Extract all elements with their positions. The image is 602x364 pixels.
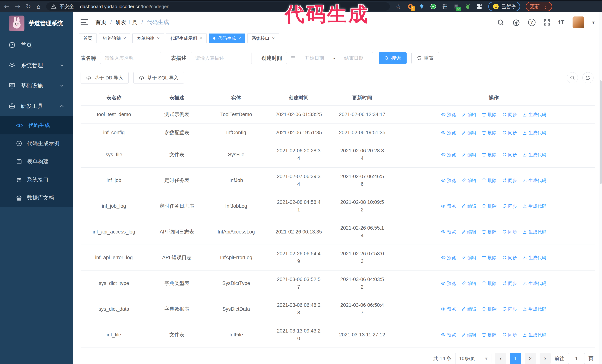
breadcrumb-devtools[interactable]: 研发工具 — [115, 19, 138, 26]
close-icon[interactable] — [200, 36, 202, 41]
sidebar-subitem-system-api[interactable]: 系统接口 — [0, 171, 73, 189]
tab-home[interactable]: 首页 — [79, 33, 97, 43]
action-generate[interactable]: 生成代码 — [523, 305, 546, 313]
import-sql-button[interactable]: 基于 SQL 导入 — [133, 72, 184, 84]
hamburger-icon[interactable] — [81, 19, 88, 25]
action-delete[interactable]: 删除 — [482, 129, 497, 136]
extension-ring-icon[interactable]: 1 — [407, 3, 414, 10]
action-preview[interactable]: 预览 — [441, 202, 456, 210]
action-edit[interactable]: 编辑 — [462, 111, 476, 118]
action-preview[interactable]: 预览 — [441, 111, 456, 118]
action-delete[interactable]: 删除 — [482, 280, 497, 287]
fullscreen-icon[interactable] — [543, 19, 551, 26]
action-delete[interactable]: 删除 — [482, 331, 497, 339]
sidebar-subitem-form-builder[interactable]: 表单构建 — [0, 153, 73, 171]
next-page-button[interactable] — [540, 353, 551, 364]
action-preview[interactable]: 预览 — [441, 280, 456, 287]
action-sync[interactable]: 同步 — [502, 254, 517, 261]
extension-green-check-icon[interactable] — [430, 3, 437, 10]
action-preview[interactable]: 预览 — [441, 151, 456, 158]
browser-forward-icon[interactable] — [15, 3, 20, 10]
font-size-icon[interactable] — [559, 19, 565, 26]
reset-button[interactable]: 重置 — [411, 52, 439, 64]
sidebar-subitem-codegen[interactable]: 代码生成 — [0, 116, 73, 135]
action-preview[interactable]: 预览 — [441, 254, 456, 261]
close-icon[interactable] — [123, 36, 126, 41]
action-edit[interactable]: 编辑 — [462, 254, 476, 261]
action-delete[interactable]: 删除 — [482, 177, 497, 184]
action-sync[interactable]: 同步 — [502, 305, 517, 313]
help-icon[interactable] — [528, 19, 536, 26]
sidebar-subitem-db-doc[interactable]: 数据库文档 — [0, 189, 73, 207]
tab-codegen[interactable]: 代码生成 — [209, 33, 245, 43]
sidebar-item-home[interactable]: 首页 — [0, 35, 73, 55]
action-edit[interactable]: 编辑 — [462, 129, 476, 136]
action-generate[interactable]: 生成代码 — [523, 129, 546, 136]
bookmark-star-icon[interactable] — [396, 3, 401, 10]
action-preview[interactable]: 预览 — [441, 129, 456, 136]
action-sync[interactable]: 同步 — [502, 129, 517, 136]
action-sync[interactable]: 同步 — [502, 228, 517, 236]
action-generate[interactable]: 生成代码 — [523, 202, 546, 210]
action-generate[interactable]: 生成代码 — [523, 331, 546, 339]
close-icon[interactable] — [238, 36, 241, 41]
tab-system-api[interactable]: 系统接口 — [247, 33, 279, 43]
action-generate[interactable]: 生成代码 — [523, 151, 546, 158]
table-name-input[interactable] — [100, 52, 161, 64]
action-preview[interactable]: 预览 — [441, 228, 456, 236]
tab-form-builder[interactable]: 表单构建 — [132, 33, 164, 43]
sidebar-logo[interactable]: 芋道管理系统 — [0, 12, 73, 35]
import-db-button[interactable]: 基于 DB 导入 — [81, 72, 129, 84]
action-preview[interactable]: 预览 — [441, 331, 456, 339]
browser-reload-icon[interactable] — [26, 3, 31, 10]
action-preview[interactable]: 预览 — [441, 305, 456, 313]
action-generate[interactable]: 生成代码 — [523, 280, 546, 287]
action-delete[interactable]: 删除 — [482, 111, 497, 118]
search-button[interactable]: 搜索 — [379, 52, 407, 64]
date-range-picker[interactable]: 开始日期 - 结束日期 — [286, 52, 373, 64]
action-edit[interactable]: 编辑 — [462, 280, 476, 287]
action-delete[interactable]: 删除 — [482, 202, 497, 210]
extension-mantis-icon[interactable] — [464, 3, 471, 10]
action-generate[interactable]: 生成代码 — [523, 111, 546, 118]
action-sync[interactable]: 同步 — [502, 202, 517, 210]
action-edit[interactable]: 编辑 — [462, 331, 476, 339]
action-sync[interactable]: 同步 — [502, 280, 517, 287]
action-delete[interactable]: 删除 — [482, 228, 497, 236]
prev-page-button[interactable] — [495, 353, 506, 364]
action-preview[interactable]: 预览 — [441, 177, 456, 184]
action-delete[interactable]: 删除 — [482, 151, 497, 158]
sidebar-item-infra[interactable]: 基础设施 — [0, 75, 73, 96]
extension-sliders-icon[interactable] — [441, 3, 448, 10]
sidebar-item-devtools[interactable]: 研发工具 — [0, 96, 73, 116]
toggle-search-button[interactable] — [567, 72, 578, 83]
action-generate[interactable]: 生成代码 — [523, 228, 546, 236]
tab-codegen-example[interactable]: 代码生成示例 — [166, 33, 206, 43]
github-icon[interactable] — [512, 18, 520, 26]
browser-back-icon[interactable] — [4, 3, 10, 10]
action-edit[interactable]: 编辑 — [462, 151, 476, 158]
close-icon[interactable] — [272, 36, 275, 41]
action-edit[interactable]: 编辑 — [462, 305, 476, 313]
action-edit[interactable]: 编辑 — [462, 202, 476, 210]
action-delete[interactable]: 删除 — [482, 305, 497, 313]
close-icon[interactable] — [157, 36, 160, 41]
sidebar-subitem-codegen-example[interactable]: 代码生成示例 — [0, 135, 73, 153]
breadcrumb-home[interactable]: 首页 — [95, 19, 107, 26]
search-icon[interactable] — [497, 19, 504, 26]
avatar[interactable] — [572, 16, 584, 28]
page-button-2[interactable]: 2 — [525, 353, 536, 364]
extensions-puzzle-icon[interactable] — [476, 3, 483, 10]
sidebar-item-system[interactable]: 系统管理 — [0, 55, 73, 75]
action-generate[interactable]: 生成代码 — [523, 177, 546, 184]
page-size-select[interactable]: 10条/页 — [455, 353, 491, 364]
action-sync[interactable]: 同步 — [502, 151, 517, 158]
window-scrollbar[interactable] — [599, 12, 602, 364]
profile-paused-pill[interactable]: 已暂停 — [488, 2, 520, 11]
browser-menu-icon[interactable] — [543, 4, 548, 10]
action-delete[interactable]: 删除 — [482, 254, 497, 261]
extension-gem-icon[interactable] — [418, 3, 425, 10]
scrollbar-thumb[interactable] — [600, 80, 602, 184]
chevron-down-icon[interactable] — [592, 20, 595, 25]
extension-dark-icon[interactable]: on — [453, 3, 460, 10]
